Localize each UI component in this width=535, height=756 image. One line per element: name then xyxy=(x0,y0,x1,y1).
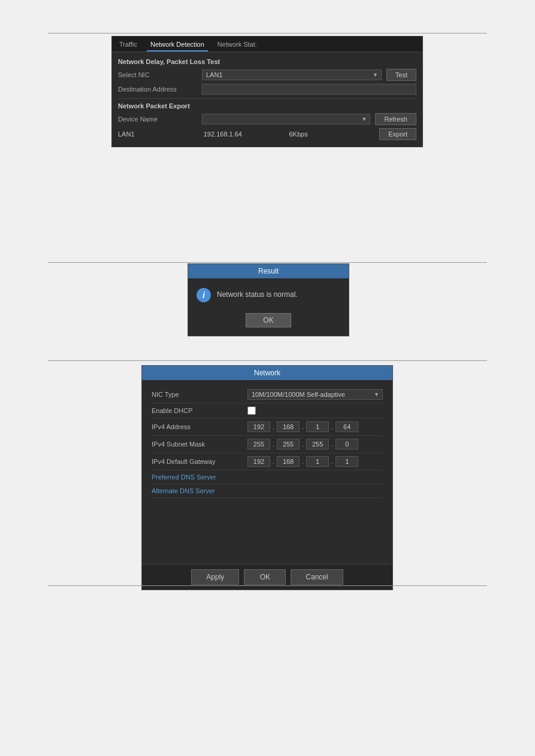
gw-dot-3: . xyxy=(331,458,333,465)
alternate-dns-row: Alternate DNS Server xyxy=(152,484,383,498)
data-row: LAN1 192.168.1.64 6Kbps Export xyxy=(118,128,416,140)
refresh-button[interactable]: Refresh xyxy=(375,113,416,125)
nic-select[interactable]: LAN1 xyxy=(202,69,382,80)
data-col-ip: 192.168.1.64 xyxy=(204,130,289,138)
delay-section-header: Network Delay, Packet Loss Test xyxy=(118,58,416,65)
divider-top xyxy=(48,33,487,34)
nic-type-row: NIC Type 10M/100M/1000M Self-adaptive ▼ xyxy=(152,386,383,403)
enable-dhcp-row: Enable DHCP xyxy=(152,403,383,418)
ipv4-address-row: IPv4 Address . . . xyxy=(152,418,383,436)
preferred-dns-row: Preferred DNS Server xyxy=(152,470,383,484)
apply-button[interactable]: Apply xyxy=(191,569,239,585)
ipv4-gateway-row: IPv4 Default Gateway . . . xyxy=(152,453,383,470)
nic-type-select[interactable]: 10M/100M/1000M Self-adaptive xyxy=(247,389,383,400)
config-spacer xyxy=(152,498,383,558)
ipv4-subnet-d[interactable] xyxy=(335,439,358,450)
result-body: i Network status is normal. xyxy=(188,278,349,309)
cancel-button[interactable]: Cancel xyxy=(291,569,343,585)
panel-divider xyxy=(118,98,416,99)
network-panel: Traffic Network Detection Network Stat. … xyxy=(111,36,423,147)
nic-type-label: NIC Type xyxy=(152,391,247,398)
ipv4-subnet-b[interactable] xyxy=(277,439,300,450)
dhcp-checkbox[interactable] xyxy=(247,406,256,415)
ipv4-gw-a[interactable] xyxy=(247,456,270,467)
ipv4-address-fields: . . . xyxy=(247,421,383,432)
divider-3 xyxy=(48,360,487,361)
destination-input[interactable] xyxy=(202,84,416,95)
data-col-lan: LAN1 xyxy=(118,130,204,138)
destination-label: Destination Address xyxy=(118,86,202,93)
network-detection-section: Traffic Network Detection Network Stat. … xyxy=(111,36,423,147)
ip-dot-2: . xyxy=(302,423,304,430)
select-nic-label: Select NIC xyxy=(118,71,202,78)
network-body: NIC Type 10M/100M/1000M Self-adaptive ▼ … xyxy=(142,380,392,564)
divider-2 xyxy=(48,262,487,263)
result-footer: OK xyxy=(188,309,349,336)
destination-row: Destination Address xyxy=(118,84,416,95)
ipv4-address-label: IPv4 Address xyxy=(152,423,247,430)
preferred-dns-label: Preferred DNS Server xyxy=(152,473,247,481)
ipv4-gw-b[interactable] xyxy=(277,456,300,467)
alternate-dns-label: Alternate DNS Server xyxy=(152,487,247,494)
ipv4-addr-d[interactable] xyxy=(335,421,358,432)
tab-network-stat[interactable]: Network Stat. xyxy=(214,39,261,51)
nic-select-wrapper: LAN1 ▼ xyxy=(202,69,382,80)
packet-export-header: Network Packet Export xyxy=(118,102,416,110)
ipv4-subnet-label: IPv4 Subnet Mask xyxy=(152,441,247,448)
data-col-speed: 6Kbps xyxy=(289,130,374,138)
device-select-wrapper: ▼ xyxy=(202,114,370,125)
result-dialog-section: Result i Network status is normal. OK xyxy=(188,263,349,336)
ipv4-addr-b[interactable] xyxy=(277,421,300,432)
panel-tabs: Traffic Network Detection Network Stat. xyxy=(112,37,422,52)
ipv4-subnet-c[interactable] xyxy=(306,439,329,450)
network-dialog: Network NIC Type 10M/100M/1000M Self-ada… xyxy=(141,365,393,590)
result-message: Network status is normal. xyxy=(217,288,298,299)
ip-dot-1: . xyxy=(273,423,274,430)
ipv4-addr-a[interactable] xyxy=(247,421,270,432)
page-container: Traffic Network Detection Network Stat. … xyxy=(0,0,535,756)
panel-body: Network Delay, Packet Loss Test Select N… xyxy=(112,52,422,147)
subnet-dot-1: . xyxy=(273,441,274,448)
ipv4-gateway-label: IPv4 Default Gateway xyxy=(152,458,247,465)
tab-traffic[interactable]: Traffic xyxy=(116,39,141,51)
subnet-dot-3: . xyxy=(331,441,333,448)
ip-dot-3: . xyxy=(331,423,333,430)
enable-dhcp-label: Enable DHCP xyxy=(152,407,247,414)
gw-dot-1: . xyxy=(273,458,274,465)
ipv4-subnet-fields: . . . xyxy=(247,439,383,450)
select-nic-row: Select NIC LAN1 ▼ Test xyxy=(118,69,416,81)
device-name-row: Device Name ▼ Refresh xyxy=(118,113,416,125)
ipv4-subnet-row: IPv4 Subnet Mask . . . xyxy=(152,436,383,453)
result-title: Result xyxy=(188,264,349,278)
result-ok-button[interactable]: OK xyxy=(246,313,291,327)
info-icon: i xyxy=(197,288,211,302)
device-select[interactable] xyxy=(202,114,370,125)
result-dialog: Result i Network status is normal. OK xyxy=(188,263,349,336)
gw-dot-2: . xyxy=(302,458,304,465)
device-name-label: Device Name xyxy=(118,116,202,123)
subnet-dot-2: . xyxy=(302,441,304,448)
network-config-section: Network NIC Type 10M/100M/1000M Self-ada… xyxy=(141,365,393,590)
divider-bottom xyxy=(48,585,487,586)
export-button[interactable]: Export xyxy=(379,128,416,140)
ipv4-subnet-a[interactable] xyxy=(247,439,270,450)
ipv4-gw-c[interactable] xyxy=(306,456,329,467)
network-title: Network xyxy=(142,366,392,380)
ipv4-gateway-fields: . . . xyxy=(247,456,383,467)
ipv4-gw-d[interactable] xyxy=(335,456,358,467)
tab-network-detection[interactable]: Network Detection xyxy=(147,39,208,51)
ipv4-addr-c[interactable] xyxy=(306,421,329,432)
test-button[interactable]: Test xyxy=(386,69,416,81)
nic-type-select-wrapper: 10M/100M/1000M Self-adaptive ▼ xyxy=(247,389,383,400)
network-ok-button[interactable]: OK xyxy=(244,569,286,585)
